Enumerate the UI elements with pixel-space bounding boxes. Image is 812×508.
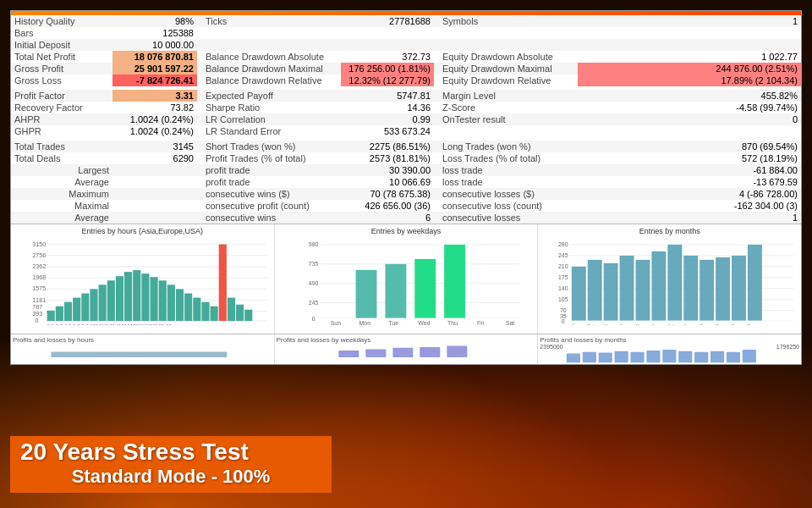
svg-rect-114 [583, 352, 596, 363]
label-ghpr: GHPR [11, 125, 112, 137]
svg-text:0: 0 [311, 316, 315, 322]
stress-test-line2: Standard Mode - 100% [20, 466, 321, 488]
svg-text:210: 210 [558, 263, 568, 269]
svg-text:393: 393 [32, 311, 42, 318]
profits-hours-area: Profits and losses by hours [11, 334, 275, 364]
chart-hours-title: Entries by hours (Asia,Europe,USA) [14, 227, 272, 235]
main-container: History Quality 98% Ticks 27781688 Symbo… [10, 10, 802, 365]
chart-weekdays-svg: 980 735 490 245 0 [277, 236, 535, 325]
svg-rect-34 [193, 298, 200, 321]
svg-rect-88 [652, 251, 667, 321]
svg-rect-93 [732, 256, 746, 321]
label-balance-drawdown-absolute: Balance Drawdown Absolute [197, 51, 341, 63]
label-equity-drawdown-absolute: Equity Drawdown Absolute [434, 51, 578, 63]
svg-rect-54 [385, 264, 406, 318]
val-total-trades: 3145 [112, 141, 197, 152]
label-equity-drawdown-relative: Equity Drawdown Relative [434, 75, 578, 86]
val-equity-drawdown-relative: 17.89% (2 104.34) [578, 75, 801, 86]
svg-rect-55 [414, 259, 436, 318]
svg-rect-39 [236, 305, 244, 321]
svg-text:Sun: Sun [330, 320, 341, 325]
svg-text:245: 245 [558, 252, 568, 258]
val-margin-level: 455.82% [578, 90, 801, 102]
label-avg-loss-trade: loss trade [434, 176, 578, 188]
svg-text:1181: 1181 [32, 297, 46, 304]
row-total-deals: Total Deals 6290 Profit Trades (% of tot… [11, 152, 801, 164]
svg-rect-116 [615, 351, 628, 363]
val-ticks: 27781688 [341, 15, 434, 27]
svg-rect-21 [81, 294, 89, 321]
svg-rect-31 [167, 284, 175, 321]
svg-rect-26 [124, 272, 132, 321]
svg-rect-24 [107, 280, 115, 321]
svg-rect-91 [700, 260, 715, 321]
svg-rect-32 [176, 289, 184, 321]
profits-weekdays-title: Profits and losses by weekdays [277, 336, 536, 344]
svg-rect-25 [116, 276, 123, 321]
val-largest-profit-trade: 30 390.00 [341, 164, 434, 176]
val-gross-loss: -7 824 726.41 [112, 75, 197, 86]
svg-text:3150: 3150 [32, 241, 46, 248]
label-maximum: Maximum [11, 188, 112, 200]
svg-rect-117 [631, 352, 645, 363]
svg-rect-87 [636, 260, 650, 321]
label-symbols: Symbols [434, 15, 578, 27]
svg-text:Aug: Aug [684, 323, 693, 325]
val-total-deals: 6290 [112, 152, 197, 164]
svg-rect-113 [567, 354, 580, 363]
svg-text:Tue: Tue [388, 320, 398, 325]
svg-text:2756: 2756 [32, 252, 46, 259]
label-largest-loss-trade: loss trade [434, 164, 578, 176]
profits-months-area: Profits and losses by months 2395000 179… [538, 334, 801, 364]
svg-rect-107 [51, 352, 227, 357]
label-short-trades: Short Trades (won %) [197, 141, 341, 152]
label-lr-correlation: LR Correlation [197, 113, 341, 125]
svg-rect-37 [219, 245, 227, 321]
svg-rect-33 [184, 294, 192, 321]
svg-rect-86 [620, 256, 634, 321]
val-balance-drawdown-absolute: 372.73 [341, 51, 434, 63]
svg-rect-38 [228, 298, 235, 321]
svg-text:Fri: Fri [477, 320, 485, 325]
svg-text:May: May [636, 323, 645, 325]
svg-rect-110 [392, 348, 413, 357]
row-total-trades: Total Trades 3145 Short Trades (won %) 2… [11, 141, 801, 152]
svg-text:Feb: Feb [588, 323, 595, 325]
svg-text:Apr: Apr [620, 323, 628, 325]
label-profit-trades: Profit Trades (% of total) [197, 152, 341, 164]
chart-months-title: Entries by months [540, 227, 798, 235]
label-balance-drawdown-relative: Balance Drawdown Relative [197, 75, 341, 86]
svg-text:Jan: Jan [572, 323, 579, 325]
svg-rect-112 [447, 345, 467, 357]
svg-text:Thu: Thu [447, 320, 458, 325]
label-profit-factor: Profit Factor [11, 90, 112, 102]
label-ahpr: AHPR [11, 113, 112, 125]
label-total-deals: Total Deals [11, 152, 112, 164]
svg-rect-121 [694, 352, 708, 363]
svg-rect-23 [99, 284, 107, 321]
val-ghpr: 1.0024 (0.24%) [112, 125, 197, 137]
svg-rect-122 [710, 351, 724, 363]
label-total-net-profit: Total Net Profit [11, 51, 112, 63]
val-sharpe-ratio: 14.36 [341, 102, 434, 113]
row-history: History Quality 98% Ticks 27781688 Symbo… [11, 15, 801, 27]
svg-text:Dec: Dec [748, 323, 756, 325]
val-balance-drawdown-relative: 12.32% (12 277.79) [341, 75, 434, 86]
row-maximum: Maximum consecutive wins ($) 70 (78 675.… [11, 188, 801, 200]
label-total-trades: Total Trades [11, 141, 112, 152]
svg-rect-36 [211, 306, 218, 321]
row-gross-loss: Gross Loss -7 824 726.41 Balance Drawdow… [11, 75, 801, 86]
svg-text:2362: 2362 [32, 263, 46, 270]
svg-rect-28 [141, 273, 149, 321]
stats-section: History Quality 98% Ticks 27781688 Symbo… [11, 15, 801, 224]
val-avg-consec-wins: 6 [341, 212, 434, 224]
val-max-consec-losses: 4 (-86 728.00) [578, 188, 801, 200]
svg-rect-20 [73, 298, 80, 321]
svg-rect-53 [355, 270, 376, 318]
chart-months: Entries by months 280 245 210 175 140 10… [538, 224, 801, 334]
charts-area: Entries by hours (Asia,Europe,USA) 3150 … [11, 224, 801, 334]
svg-text:Jul: Jul [668, 323, 674, 325]
label-avg-consec-losses: consecutive losses [434, 212, 578, 224]
svg-text:1968: 1968 [32, 274, 46, 281]
svg-rect-19 [64, 302, 72, 321]
